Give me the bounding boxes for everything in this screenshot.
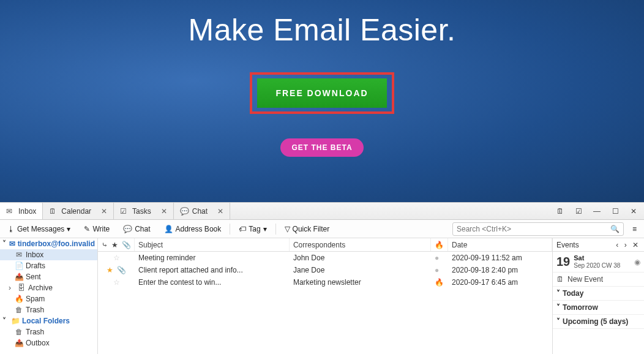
calendar-toggle-icon[interactable]: 🗓 [553, 207, 567, 216]
col-subject[interactable]: Subject [135, 238, 290, 251]
free-download-button[interactable]: FREE DOWNLOAD [257, 78, 386, 108]
folder-archive[interactable]: › 🗄 Archive [0, 282, 97, 293]
star-icon[interactable]: ☆ [113, 278, 120, 287]
toolbar-label: Address Book [176, 225, 222, 233]
account-row[interactable]: ˅ ✉ tinderbox@foo.invalid [0, 238, 97, 249]
window-controls: 🗓 ☑ — ☐ ✕ [550, 203, 644, 219]
caret-down-icon: ˅ [556, 317, 560, 326]
caret-down-icon: ˅ [556, 289, 560, 298]
star-icon[interactable]: ☆ [113, 254, 120, 262]
thread-icon: ⤷ [102, 241, 108, 249]
new-event-button[interactable]: 🗓 New Event [553, 273, 644, 287]
toolbar-label: Write [92, 225, 110, 233]
address-book-button[interactable]: 👤 Address Book [159, 223, 227, 235]
col-icons[interactable]: ⤷ ★ 📎 [98, 238, 135, 251]
col-correspondents[interactable]: Correspondents [290, 238, 431, 251]
junk-icon[interactable]: ● [435, 266, 439, 274]
today-dot-icon[interactable]: ◉ [634, 258, 640, 266]
folder-label: Trash [26, 306, 44, 314]
message-subject: Client report attached and info... [135, 266, 290, 274]
events-section-upcoming[interactable]: ˅ Upcoming (5 days) [553, 315, 644, 329]
message-row[interactable]: ☆ Enter the contest to win... Marketing … [98, 276, 552, 288]
message-row[interactable]: ☆ Meeting reminder John Doe ● 2020-09-19… [98, 252, 552, 264]
hero-title: Make Email Easier. [189, 12, 456, 48]
folder-label: Spam [26, 295, 45, 303]
addressbook-icon: 👤 [164, 225, 173, 233]
chat-button[interactable]: 💬 Chat [118, 223, 155, 235]
junk-icon[interactable]: ● [435, 254, 439, 262]
pencil-icon: ✎ [84, 225, 90, 233]
events-section-today[interactable]: ˅ Today [553, 287, 644, 301]
toolbar-label: Tag [249, 225, 260, 233]
close-icon[interactable]: ✕ [101, 207, 107, 216]
message-date: 2020-09-19 11:52 am [448, 254, 552, 262]
outbox-icon: 📤 [15, 339, 23, 347]
events-day-number: 19 [556, 255, 570, 269]
main-toolbar: ⭳ Get Messages ▾ ✎ Write 💬 Chat 👤 Addres… [0, 220, 644, 238]
search-icon: 🔍 [610, 225, 620, 233]
events-date-row[interactable]: 19 Sat Sep 2020 CW 38 ◉ [553, 252, 644, 273]
get-messages-button[interactable]: ⭳ Get Messages ▾ [2, 223, 75, 235]
folder-local-trash[interactable]: 🗑 Trash [0, 326, 97, 337]
message-correspondent: John Doe [290, 254, 431, 262]
maximize-button[interactable]: ☐ [608, 207, 622, 216]
minimize-button[interactable]: — [590, 207, 604, 216]
col-junk[interactable]: 🔥 [431, 238, 448, 251]
folder-label: Trash [26, 328, 44, 336]
folder-outbox[interactable]: 📤 Outbox [0, 337, 97, 348]
tab-inbox[interactable]: ✉ Inbox [0, 203, 43, 219]
close-events-button[interactable]: ✕ [631, 241, 640, 249]
search-input[interactable] [457, 225, 610, 233]
events-section-tomorrow[interactable]: ˅ Tomorrow [553, 301, 644, 315]
close-icon[interactable]: ✕ [217, 207, 223, 216]
tab-label: Calendar [61, 207, 91, 216]
tab-bar: ✉ Inbox 🗓 Calendar ✕ ☑ Tasks ✕ 💬 Chat ✕ … [0, 203, 644, 220]
message-correspondent: Marketing newsletter [290, 278, 431, 287]
folder-label: Drafts [26, 262, 45, 270]
attachment-icon: 📎 [117, 266, 126, 274]
local-folders-row[interactable]: ˅ 📁 Local Folders [0, 315, 97, 326]
quick-filter-button[interactable]: ▽ Quick Filter [280, 223, 335, 235]
tab-calendar[interactable]: 🗓 Calendar ✕ [43, 203, 114, 219]
new-event-label: New Event [567, 275, 603, 284]
tab-label: Inbox [18, 207, 36, 216]
tasks-toggle-icon[interactable]: ☑ [572, 207, 585, 216]
section-label: Today [563, 289, 583, 298]
message-date: 2020-09-18 2:40 pm [448, 266, 552, 274]
junk-icon[interactable]: 🔥 [435, 278, 444, 287]
sent-icon: 📤 [15, 273, 23, 281]
tab-label: Tasks [132, 207, 151, 216]
caret-down-icon: ˅ [2, 317, 9, 325]
folder-pane: ˅ ✉ tinderbox@foo.invalid ✉ Inbox 📄 Draf… [0, 238, 98, 354]
message-row[interactable]: ★ 📎 Client report attached and info... J… [98, 264, 552, 276]
folder-drafts[interactable]: 📄 Drafts [0, 260, 97, 271]
folder-spam[interactable]: 🔥 Spam [0, 293, 97, 304]
prev-button[interactable]: ‹ [614, 241, 620, 249]
folder-label: Inbox [26, 250, 43, 259]
folder-inbox[interactable]: ✉ Inbox [0, 249, 97, 260]
close-button[interactable]: ✕ [627, 207, 640, 216]
app-menu-button[interactable]: ≡ [627, 223, 642, 235]
tab-chat[interactable]: 💬 Chat ✕ [174, 203, 230, 219]
next-button[interactable]: › [623, 241, 629, 249]
get-beta-button[interactable]: GET THE BETA [280, 138, 363, 157]
section-label: Upcoming (5 days) [563, 317, 628, 326]
toolbar-label: Get Messages [17, 225, 64, 233]
tag-button[interactable]: 🏷 Tag ▾ [234, 223, 271, 235]
search-box[interactable]: 🔍 [452, 222, 624, 236]
mail-icon: ✉ [15, 250, 23, 259]
tab-tasks[interactable]: ☑ Tasks ✕ [114, 203, 174, 219]
write-button[interactable]: ✎ Write [79, 223, 114, 235]
events-header: Events ‹ › ✕ [553, 238, 644, 252]
folder-sent[interactable]: 📤 Sent [0, 271, 97, 282]
events-title: Events [556, 241, 614, 249]
col-date[interactable]: Date [448, 238, 552, 251]
folder-icon: 📁 [11, 317, 20, 325]
message-list-pane: ⤷ ★ 📎 Subject Correspondents 🔥 Date ☆ Me… [98, 238, 552, 354]
star-icon[interactable]: ★ [107, 266, 113, 274]
message-date: 2020-09-17 6:45 am [448, 278, 552, 287]
chat-icon: 💬 [123, 225, 132, 233]
close-icon[interactable]: ✕ [161, 207, 167, 216]
folder-trash[interactable]: 🗑 Trash [0, 304, 97, 315]
spam-icon: 🔥 [15, 295, 23, 303]
